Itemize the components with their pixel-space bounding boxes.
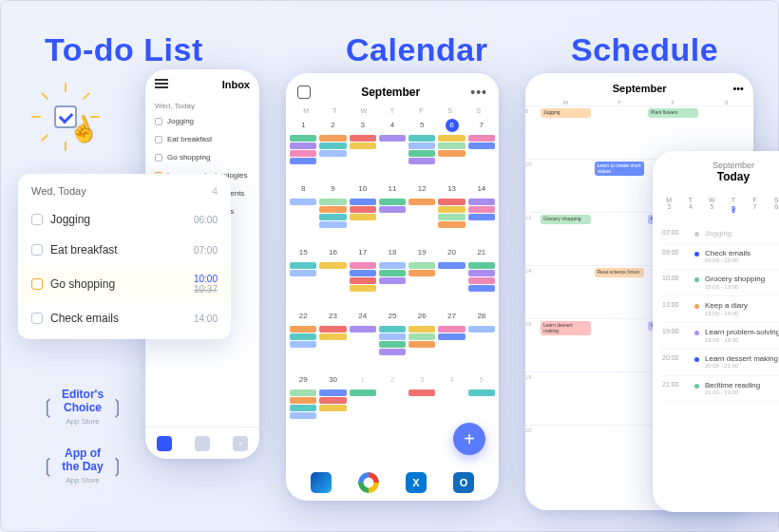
calendar-day-cell[interactable]: 26: [408, 308, 436, 370]
calendar-event-chip[interactable]: [319, 206, 346, 213]
calendar-event-chip[interactable]: [319, 397, 346, 404]
calendar-event-chip[interactable]: [350, 270, 376, 276]
agenda-item[interactable]: 13:00Keep a diary13:00 - 14:00: [660, 296, 779, 323]
calendar-event-chip[interactable]: [438, 150, 465, 157]
todo-row[interactable]: Jogging06:00: [18, 204, 231, 235]
calendar-event-chip[interactable]: [438, 199, 465, 205]
calendar-event-chip[interactable]: [319, 199, 346, 205]
schedule-cell[interactable]: Grocery shopping: [539, 213, 593, 265]
calendar-event-chip[interactable]: [468, 135, 495, 142]
tab-grid-icon[interactable]: [233, 436, 248, 451]
calendar-event-chip[interactable]: [408, 199, 435, 205]
todo-row[interactable]: Eat breakfast07:00: [18, 235, 231, 265]
schedule-cell[interactable]: Learn to create short videos: [593, 160, 647, 212]
calendar-event-chip[interactable]: [319, 326, 346, 332]
calendar-day-cell[interactable]: 5: [408, 117, 436, 180]
calendar-event-chip[interactable]: [290, 397, 316, 404]
calendar-event-chip[interactable]: [290, 405, 316, 411]
todo-mini-item[interactable]: Eat breakfast: [145, 130, 259, 148]
calendar-day-cell[interactable]: 9: [318, 180, 347, 243]
calendar-day-cell[interactable]: 3: [408, 371, 436, 434]
calendar-event-chip[interactable]: [319, 221, 346, 228]
schedule-cell[interactable]: [539, 266, 593, 318]
calendar-event-chip[interactable]: [379, 349, 406, 355]
schedule-cell[interactable]: [593, 426, 647, 478]
calendar-toggle-icon[interactable]: [297, 86, 311, 99]
calendar-event-chip[interactable]: [290, 135, 316, 142]
calendar-event-chip[interactable]: [319, 150, 346, 157]
checkbox-icon[interactable]: [155, 154, 162, 162]
schedule-cell[interactable]: [593, 319, 647, 371]
calendar-event-chip[interactable]: [350, 277, 376, 284]
calendar-event-chip[interactable]: [408, 270, 435, 276]
calendar-event-chip[interactable]: [408, 333, 435, 340]
calendar-event-chip[interactable]: [408, 326, 435, 332]
calendar-event-chip[interactable]: [350, 262, 376, 269]
calendar-event-chip[interactable]: [290, 390, 316, 396]
calendar-event-chip[interactable]: [290, 326, 316, 332]
tab-calendar-icon[interactable]: [195, 436, 210, 451]
todo-mini-item[interactable]: Go shopping: [145, 148, 259, 166]
week-date[interactable]: 8: [766, 203, 779, 217]
checkbox-icon[interactable]: [31, 313, 43, 324]
add-event-fab[interactable]: +: [453, 423, 485, 455]
calendar-event-chip[interactable]: [350, 285, 376, 292]
calendar-day-cell[interactable]: 11: [378, 180, 407, 243]
agenda-item[interactable]: 19:00Learn problem-solving skills19:00 -…: [660, 323, 779, 350]
calendar-day-cell[interactable]: 25: [378, 308, 407, 370]
calendar-event-chip[interactable]: [379, 270, 406, 276]
calendar-day-cell[interactable]: 1: [289, 117, 317, 180]
calendar-event-chip[interactable]: [319, 135, 346, 142]
schedule-cell[interactable]: Jogging: [539, 106, 593, 159]
calendar-event-chip[interactable]: [468, 142, 495, 149]
calendar-event-chip[interactable]: [290, 412, 316, 419]
schedule-cell[interactable]: Learn dessert making: [539, 319, 593, 371]
schedule-cell[interactable]: [593, 106, 647, 159]
week-date[interactable]: 3: [658, 203, 680, 217]
calendar-day-cell[interactable]: 28: [467, 308, 496, 370]
calendar-day-cell[interactable]: 21: [467, 244, 496, 307]
agenda-item[interactable]: 10:00Grocery shopping10:00 - 13:00: [660, 270, 779, 296]
todo-row[interactable]: Go shopping10:0010:37: [18, 265, 231, 303]
calendar-event-chip[interactable]: [290, 199, 316, 205]
calendar-event-chip[interactable]: [438, 221, 465, 228]
week-date[interactable]: 6: [723, 203, 745, 217]
calendar-day-cell[interactable]: 2: [318, 117, 347, 180]
calendar-day-cell[interactable]: 17: [349, 244, 377, 307]
calendar-event-chip[interactable]: [408, 158, 435, 164]
outlook-icon[interactable]: [453, 472, 474, 493]
calendar-day-cell[interactable]: 29: [289, 371, 317, 434]
schedule-event-block[interactable]: Learn dessert making: [541, 321, 591, 335]
tab-tasks-icon[interactable]: [157, 436, 172, 451]
calendar-day-cell[interactable]: 22: [289, 308, 317, 370]
calendar-event-chip[interactable]: [438, 214, 465, 220]
calendar-event-chip[interactable]: [438, 142, 465, 149]
schedule-event-block[interactable]: Plant flowers: [648, 108, 698, 118]
calendar-event-chip[interactable]: [350, 206, 376, 213]
calendar-day-cell[interactable]: 23: [318, 308, 347, 370]
calendar-day-cell[interactable]: 6: [437, 117, 466, 180]
calendar-day-cell[interactable]: 14: [467, 180, 496, 243]
checkbox-icon[interactable]: [31, 278, 43, 290]
agenda-item[interactable]: 07:00Jogging: [660, 224, 779, 244]
checkbox-icon[interactable]: [155, 118, 162, 125]
agenda-item[interactable]: 09:00Check emails09:00 - 10:00: [660, 244, 779, 271]
calendar-day-cell[interactable]: 2: [378, 371, 407, 434]
schedule-cell[interactable]: [539, 426, 593, 478]
calendar-event-chip[interactable]: [319, 333, 346, 340]
checkbox-icon[interactable]: [155, 136, 162, 143]
schedule-cell[interactable]: Read science fiction: [593, 266, 647, 318]
calendar-event-chip[interactable]: [290, 270, 316, 276]
calendar-event-chip[interactable]: [319, 214, 346, 220]
more-icon[interactable]: •••: [470, 85, 487, 100]
calendar-event-chip[interactable]: [438, 326, 465, 332]
calendar-event-chip[interactable]: [350, 199, 376, 205]
calendar-event-chip[interactable]: [350, 390, 376, 396]
calendar-event-chip[interactable]: [408, 135, 435, 142]
schedule-event-block[interactable]: Read science fiction: [595, 268, 645, 277]
calendar-event-chip[interactable]: [379, 326, 406, 332]
calendar-event-chip[interactable]: [319, 390, 346, 396]
schedule-event-block[interactable]: Jogging: [541, 108, 591, 118]
calendar-day-cell[interactable]: 12: [408, 180, 436, 243]
calendar-event-chip[interactable]: [379, 333, 406, 340]
